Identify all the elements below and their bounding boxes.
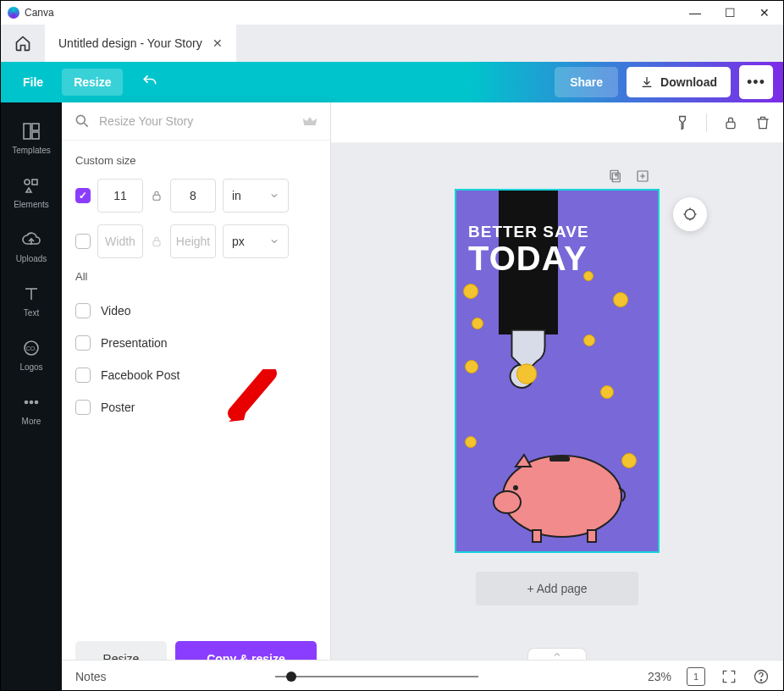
bottom-bar: Notes 23% 1 — [62, 660, 783, 691]
lock-icon[interactable] — [150, 189, 163, 202]
duplicate-page-icon[interactable] — [608, 169, 623, 184]
sidebar-item-uploads[interactable]: Uploads — [1, 221, 62, 272]
fullscreen-icon[interactable] — [721, 668, 737, 685]
canva-logo-icon — [8, 7, 19, 19]
window-minimize-button[interactable]: — — [689, 6, 701, 19]
sidebar-item-label: Logos — [19, 362, 42, 372]
add-page-icon[interactable] — [635, 169, 650, 184]
top-toolbar: File Resize Share Download ••• — [1, 62, 783, 102]
download-label: Download — [660, 75, 717, 89]
svg-point-3 — [25, 180, 30, 185]
coin-icon — [583, 334, 595, 346]
coin-icon — [600, 385, 614, 399]
zoom-percent[interactable]: 23% — [648, 670, 671, 683]
resize-search-input[interactable] — [99, 114, 293, 128]
resize-type-video[interactable]: Video — [75, 295, 317, 327]
coin-icon — [472, 318, 483, 329]
type-checkbox[interactable] — [75, 303, 91, 318]
home-button[interactable] — [1, 25, 45, 62]
sidebar-item-label: Elements — [14, 200, 49, 209]
uploads-icon — [21, 229, 41, 250]
custom-size-checkbox-1[interactable] — [75, 188, 91, 203]
resize-type-presentation[interactable]: Presentation — [75, 327, 317, 359]
sidebar-item-label: Templates — [12, 146, 51, 155]
design-page[interactable]: BETTER SAVE TODAY — [455, 189, 660, 553]
help-icon[interactable] — [753, 668, 770, 685]
svg-text:CO.: CO. — [26, 346, 37, 351]
type-label: Facebook Post — [101, 368, 179, 382]
lock-icon[interactable] — [722, 114, 739, 131]
window-titlebar: Canva — ☐ ✕ — [1, 1, 783, 25]
type-checkbox[interactable] — [75, 400, 91, 415]
zoom-slider[interactable] — [122, 676, 632, 677]
type-checkbox[interactable] — [75, 335, 91, 351]
templates-icon — [21, 121, 41, 141]
svg-rect-11 — [153, 195, 160, 200]
notes-button[interactable]: Notes — [75, 670, 107, 683]
svg-point-18 — [503, 456, 621, 537]
svg-point-8 — [30, 401, 33, 404]
svg-rect-4 — [32, 180, 37, 185]
height-input-1[interactable] — [170, 179, 216, 213]
zoom-slider-thumb[interactable] — [286, 672, 296, 682]
more-menu-button[interactable]: ••• — [739, 65, 773, 99]
svg-rect-13 — [726, 122, 735, 129]
share-button[interactable]: Share — [555, 67, 618, 97]
page-quick-action-button[interactable] — [673, 197, 707, 231]
window-maximize-button[interactable]: ☐ — [725, 6, 736, 19]
sidebar-item-label: More — [22, 417, 41, 426]
page-indicator[interactable]: 1 — [687, 667, 705, 686]
width-input-2[interactable] — [97, 224, 143, 258]
coin-icon — [465, 436, 477, 448]
custom-size-row-1: in — [75, 179, 317, 213]
left-sidebar: Templates Elements Uploads Text CO. Logo… — [1, 102, 62, 691]
undo-button[interactable] — [130, 66, 170, 99]
sidebar-item-more[interactable]: More — [1, 384, 62, 434]
document-tab[interactable]: Untitled design - Your Story ✕ — [45, 25, 236, 62]
resize-type-facebook-post[interactable]: Facebook Post — [75, 359, 317, 391]
unit-select-1[interactable]: in — [223, 179, 289, 213]
search-icon — [74, 113, 91, 130]
resize-type-poster[interactable]: Poster — [75, 391, 317, 423]
download-button[interactable]: Download — [627, 67, 731, 97]
add-page-button[interactable]: + Add page — [476, 572, 638, 605]
sidebar-item-elements[interactable]: Elements — [1, 167, 62, 218]
trash-icon[interactable] — [754, 114, 771, 131]
unit-select-2[interactable]: px — [223, 224, 289, 258]
tab-close-button[interactable]: ✕ — [213, 36, 223, 50]
svg-rect-12 — [153, 240, 160, 246]
styles-icon[interactable] — [674, 114, 691, 131]
sidebar-item-logos[interactable]: CO. Logos — [1, 329, 62, 380]
sidebar-item-label: Uploads — [16, 254, 47, 263]
svg-point-21 — [513, 485, 518, 490]
unit-label: px — [232, 235, 245, 248]
svg-rect-2 — [32, 132, 39, 139]
resize-search-row — [62, 102, 330, 141]
height-input-2[interactable] — [170, 224, 216, 258]
text-icon — [21, 284, 41, 304]
custom-size-row-2: px — [75, 224, 317, 258]
type-label: Poster — [101, 401, 135, 414]
design-headline-1: BETTER SAVE — [468, 223, 589, 241]
sidebar-item-templates[interactable]: Templates — [1, 113, 62, 163]
resize-panel: Custom size in px — [62, 102, 331, 691]
svg-point-24 — [685, 209, 695, 219]
lock-icon[interactable] — [150, 235, 163, 248]
page-actions — [608, 169, 650, 184]
file-menu[interactable]: File — [11, 69, 55, 96]
crown-icon — [301, 113, 318, 130]
sidebar-item-text[interactable]: Text — [1, 275, 62, 326]
timeline-expander[interactable] — [527, 648, 587, 660]
window-close-button[interactable]: ✕ — [759, 6, 770, 19]
home-icon — [14, 35, 31, 52]
type-checkbox[interactable] — [75, 368, 91, 383]
svg-point-10 — [76, 115, 85, 124]
all-label: All — [75, 270, 317, 283]
width-input-1[interactable] — [97, 179, 143, 213]
chevron-down-icon — [269, 191, 279, 201]
coin-icon — [463, 284, 478, 299]
resize-menu[interactable]: Resize — [62, 69, 123, 96]
svg-rect-1 — [32, 124, 39, 130]
canvas-toolbar — [331, 102, 783, 143]
custom-size-checkbox-2[interactable] — [75, 234, 91, 249]
